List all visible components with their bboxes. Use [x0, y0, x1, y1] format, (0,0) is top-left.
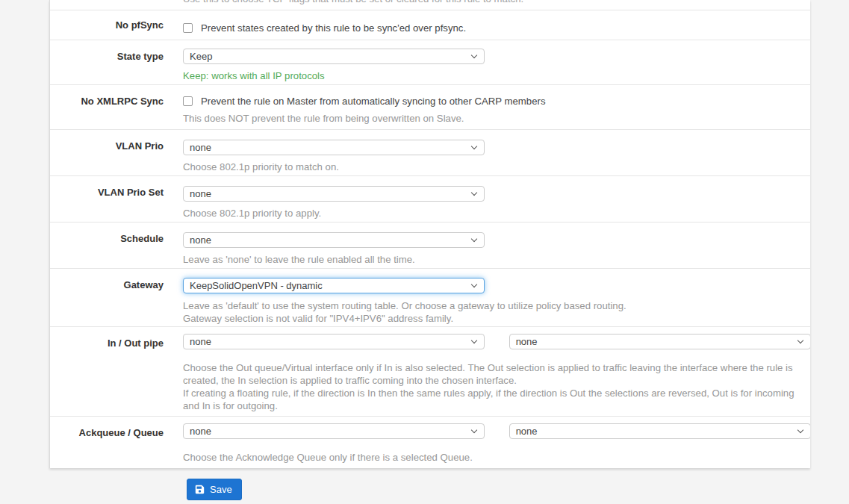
save-button[interactable]: Save: [187, 479, 242, 500]
row-schedule: Schedule none Leave as 'none' to leave t…: [50, 222, 810, 268]
ackqueue-queue-label: Ackqueue / Queue: [50, 417, 183, 468]
row-ackqueue-queue: Ackqueue / Queue none none Choose the Ac…: [50, 416, 810, 468]
row-vlan-prio: VLAN Prio none Choose 802.1p priority to…: [50, 129, 810, 175]
ackqueue-queue-help: Choose the Acknowledge Queue only if the…: [183, 451, 810, 464]
form-actions: Save: [187, 479, 242, 500]
out-pipe-select[interactable]: none: [509, 334, 810, 349]
in-pipe-select[interactable]: none: [183, 334, 485, 349]
tcp-flags-help-text: Use this to choose TCP flags that must b…: [50, 0, 523, 10]
queue-select-wrap: none: [509, 423, 810, 439]
no-xmlrpc-help: This does NOT prevent the rule from bein…: [183, 112, 798, 125]
row-tcp-flags-clipped: Use this to choose TCP flags that must b…: [50, 0, 810, 10]
schedule-select[interactable]: none: [183, 232, 485, 248]
save-button-label: Save: [210, 485, 232, 494]
ackqueue-select[interactable]: none: [183, 423, 485, 439]
vlan-prio-set-label: VLAN Prio Set: [50, 176, 183, 222]
vlan-prio-select-wrap: none: [183, 140, 485, 155]
no-pfsync-checkbox[interactable]: [183, 23, 193, 33]
in-out-pipe-help-1: Choose the Out queue/Virtual interface o…: [183, 361, 810, 387]
in-out-pipe-label: In / Out pipe: [50, 327, 183, 416]
ackqueue-select-wrap: none: [183, 423, 485, 439]
vlan-prio-set-help: Choose 802.1p priority to apply.: [183, 207, 798, 220]
no-pfsync-label: No pfSync: [50, 10, 183, 40]
no-xmlrpc-label: No XMLRPC Sync: [50, 85, 183, 129]
vlan-prio-label: VLAN Prio: [50, 130, 183, 175]
state-type-label: State type: [50, 40, 183, 84]
vlan-prio-select[interactable]: none: [183, 140, 485, 155]
gateway-select-wrap: KeepSolidOpenVPN - dynamic: [183, 278, 485, 293]
schedule-help: Leave as 'none' to leave the rule enable…: [183, 253, 798, 266]
row-in-out-pipe: In / Out pipe none none Choose the Out q…: [50, 326, 810, 416]
state-type-select[interactable]: Keep: [183, 49, 485, 64]
out-pipe-select-wrap: none: [509, 334, 810, 349]
vlan-prio-set-select-wrap: none: [183, 186, 485, 202]
vlan-prio-help: Choose 802.1p priority to match on.: [183, 161, 798, 173]
schedule-label: Schedule: [50, 223, 183, 268]
state-type-select-wrap: Keep: [183, 49, 485, 64]
no-xmlrpc-checkbox[interactable]: [183, 96, 193, 106]
row-gateway: Gateway KeepSolidOpenVPN - dynamic Leave…: [50, 268, 810, 326]
save-icon: [195, 485, 205, 494]
state-type-help: Keep: works with all IP protocols: [183, 69, 798, 82]
in-pipe-select-wrap: none: [183, 334, 485, 349]
rule-settings-panel: Use this to choose TCP flags that must b…: [49, 0, 810, 468]
gateway-select[interactable]: KeepSolidOpenVPN - dynamic: [183, 278, 485, 293]
gateway-help-1: Leave as 'default' to use the system rou…: [183, 299, 798, 312]
gateway-label: Gateway: [50, 269, 183, 326]
row-vlan-prio-set: VLAN Prio Set none Choose 802.1p priorit…: [50, 175, 810, 222]
gateway-help-2: Gateway selection is not valid for "IPV4…: [183, 312, 798, 325]
firewall-rule-edit-page: { "colors": { "page_bg": "#f4f4f4", "pan…: [0, 0, 849, 504]
row-no-xmlrpc-sync: No XMLRPC Sync Prevent the rule on Maste…: [50, 84, 810, 129]
row-state-type: State type Keep Keep: works with all IP …: [50, 40, 810, 84]
no-pfsync-checkbox-label: Prevent states created by this rule to b…: [201, 22, 466, 34]
schedule-select-wrap: none: [183, 232, 485, 248]
no-xmlrpc-checkbox-label: Prevent the rule on Master from automati…: [201, 96, 546, 107]
in-out-pipe-help-2: If creating a floating rule, if the dire…: [183, 387, 810, 412]
vlan-prio-set-select[interactable]: none: [183, 186, 485, 202]
row-no-pfsync: No pfSync Prevent states created by this…: [50, 10, 810, 40]
queue-select[interactable]: none: [509, 423, 810, 439]
